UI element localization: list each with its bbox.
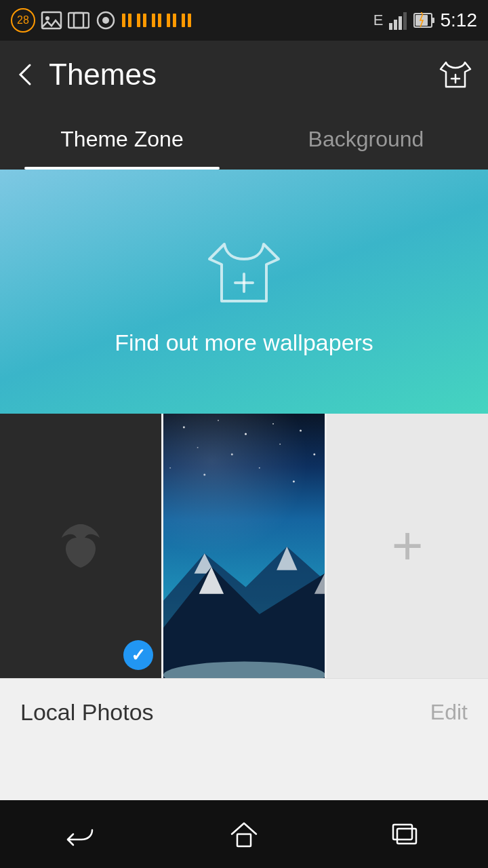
status-bar: 28 — [0, 0, 488, 41]
svg-point-1 — [45, 16, 49, 20]
local-photos-label: Local Photos — [20, 699, 154, 726]
signal-icon — [389, 11, 408, 30]
time-display: 5:12 — [441, 9, 478, 31]
add-wallpaper[interactable]: + — [325, 414, 488, 678]
svg-point-21 — [272, 423, 274, 425]
tabs-bar: Theme Zone Background — [0, 108, 488, 170]
notification-badge: 28 — [11, 8, 35, 33]
svg-rect-7 — [394, 20, 397, 30]
bottom-navigation — [0, 800, 488, 868]
svg-point-27 — [169, 467, 171, 469]
tab-theme-zone[interactable]: Theme Zone — [0, 108, 244, 170]
selected-checkmark — [123, 640, 153, 670]
wallpaper-dark[interactable] — [0, 414, 161, 678]
banner-tshirt-icon — [200, 228, 288, 316]
record-icon — [95, 9, 117, 31]
mountain-shape — [163, 533, 325, 679]
image-icon — [41, 9, 62, 31]
svg-rect-38 — [237, 834, 251, 846]
svg-point-20 — [245, 433, 247, 435]
tab-theme-zone-label: Theme Zone — [60, 127, 183, 152]
svg-point-23 — [197, 447, 199, 448]
wallpaper-mountain[interactable] — [161, 414, 325, 678]
back-button[interactable] — [14, 62, 38, 87]
svg-point-24 — [231, 454, 233, 456]
battery-icon — [413, 11, 435, 30]
pause-icons — [122, 14, 131, 27]
svg-rect-2 — [68, 13, 83, 28]
signal-letter: E — [373, 12, 384, 29]
status-right: E 5:12 — [373, 9, 477, 31]
svg-rect-40 — [397, 829, 416, 844]
tab-background[interactable]: Background — [244, 108, 488, 170]
nav-home-button[interactable] — [224, 814, 264, 854]
wallpaper-grid: + — [0, 414, 488, 678]
page-title: Themes — [49, 58, 426, 92]
svg-point-26 — [313, 454, 315, 456]
banner-text: Find out more wallpapers — [115, 330, 373, 356]
svg-rect-11 — [432, 18, 434, 23]
svg-point-30 — [293, 481, 295, 483]
svg-point-28 — [203, 474, 205, 476]
svg-rect-8 — [399, 16, 402, 30]
find-wallpapers-banner[interactable]: Find out more wallpapers — [0, 170, 488, 414]
svg-rect-39 — [393, 825, 412, 840]
svg-point-22 — [300, 430, 302, 432]
svg-point-5 — [102, 17, 109, 24]
pause-icons-2 — [137, 14, 146, 27]
nav-bar: Themes — [0, 41, 488, 108]
svg-point-18 — [183, 427, 185, 429]
svg-point-25 — [279, 443, 281, 445]
pause-icons-4 — [167, 14, 176, 27]
add-theme-button[interactable] — [436, 56, 474, 94]
edit-button[interactable]: Edit — [430, 700, 468, 725]
tab-background-label: Background — [308, 127, 424, 152]
svg-point-19 — [218, 420, 219, 421]
status-left: 28 — [11, 8, 191, 33]
svg-rect-6 — [389, 23, 392, 30]
svg-point-29 — [259, 467, 260, 469]
local-photos-section: Local Photos Edit — [0, 678, 488, 746]
pause-icons-5 — [182, 14, 191, 27]
add-plus-icon: + — [392, 515, 424, 577]
svg-rect-3 — [74, 13, 89, 28]
nav-recents-button[interactable] — [386, 814, 427, 854]
uc-logo — [54, 519, 108, 573]
gallery-icon — [68, 9, 89, 31]
svg-rect-9 — [403, 12, 407, 30]
pause-icons-3 — [152, 14, 161, 27]
nav-back-button[interactable] — [61, 814, 102, 854]
